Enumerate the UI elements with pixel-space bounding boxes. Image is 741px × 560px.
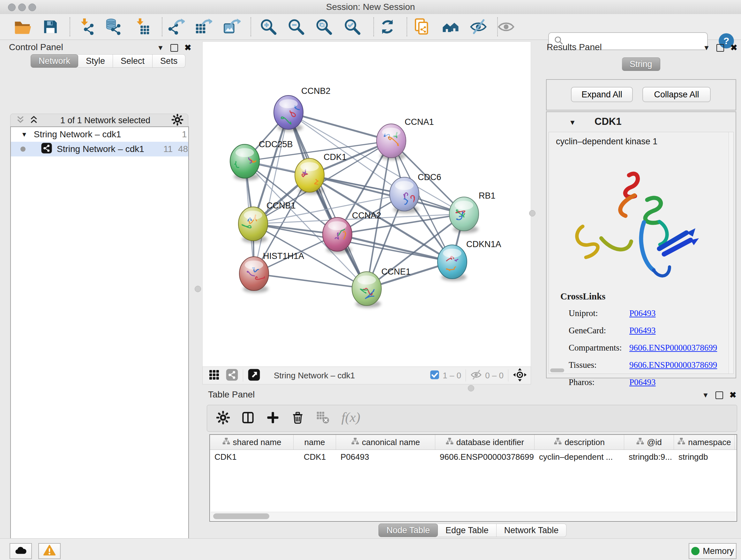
results-panel-window-controls: ▼ ✖ [703, 43, 738, 53]
status-bar: Memory [0, 538, 741, 560]
graph-node-CDC6[interactable] [390, 177, 419, 213]
import-table-icon[interactable] [133, 18, 151, 36]
gene-symbol: CDK1 [595, 116, 621, 127]
network-graph[interactable]: CCNB2CCNA1CDC25BCDK1CDC6RB1CCNB1CCNA2CDK… [203, 42, 531, 367]
graph-node-RB1[interactable] [449, 197, 479, 233]
results-horizontal-scrollbar-thumb[interactable] [550, 368, 564, 372]
column-header-name[interactable]: name [293, 435, 336, 449]
node-label-CCNA2: CCNA2 [352, 211, 381, 220]
crosslink-value[interactable]: 9606.ENSP00000378699 [629, 343, 717, 353]
graph-node-CCNE1[interactable] [352, 272, 381, 308]
export-network-icon[interactable] [167, 18, 185, 36]
graph-node-CCNA1[interactable] [377, 124, 406, 160]
show-columns-icon[interactable] [241, 411, 255, 426]
graph-node-CDK1[interactable] [295, 159, 324, 194]
cloud-button[interactable] [10, 543, 32, 559]
export-image-icon[interactable] [223, 18, 241, 36]
graph-node-CCNB1[interactable] [239, 207, 268, 243]
table-horizontal-scrollbar[interactable] [211, 512, 736, 520]
tab-string[interactable]: String [622, 57, 660, 71]
left-splitter-handle[interactable] [195, 286, 201, 292]
column-label: name [304, 437, 325, 447]
network-collection-row[interactable]: ▼ String Network – cdk1 1 [11, 127, 188, 142]
import-database-icon[interactable] [105, 18, 122, 36]
column-header-description[interactable]: description [535, 435, 624, 449]
column-header-database-identifier[interactable]: database identifier [435, 435, 535, 449]
memory-button[interactable]: Memory [689, 543, 737, 559]
expand-all-icon[interactable] [28, 114, 39, 126]
network-canvas[interactable]: CCNB2CCNA1CDC25BCDK1CDC6RB1CCNB1CCNA2CDK… [202, 42, 531, 367]
network-row[interactable]: String Network – cdk1 11 48 [11, 142, 188, 157]
graph-node-HIST1H1A[interactable] [239, 257, 269, 293]
column-header-shared-name[interactable]: shared name [210, 435, 293, 449]
gene-section: ▼ CDK1 cyclin–dependent kinase 1 [546, 111, 736, 378]
float-panel-icon[interactable] [717, 44, 724, 52]
crosslink-value[interactable]: P06493 [629, 326, 656, 335]
tab-sets[interactable]: Sets [152, 54, 185, 68]
column-header-namespace[interactable]: namespace [674, 435, 735, 449]
table-panel-title: Table Panel [208, 389, 255, 400]
column-header--id[interactable]: @id [624, 435, 674, 449]
copy-network-icon[interactable] [413, 18, 431, 36]
collapse-all-icon[interactable] [15, 114, 26, 126]
graph-node-CDC25B[interactable] [230, 144, 259, 180]
save-icon[interactable] [42, 18, 59, 36]
tree-expander-icon[interactable]: ▼ [21, 131, 27, 138]
graph-node-CDKN1A[interactable] [437, 245, 467, 281]
zoom-fit-icon[interactable] [315, 18, 333, 36]
crosslink-value[interactable]: P06493 [629, 308, 656, 318]
collapse-all-button[interactable]: Collapse All [643, 87, 711, 102]
home-pair-icon[interactable] [442, 18, 460, 36]
birdseye-grid-icon[interactable] [208, 368, 220, 382]
open-file-icon[interactable] [13, 18, 31, 36]
eye-disabled-icon[interactable] [497, 18, 515, 36]
expand-all-button[interactable]: Expand All [571, 87, 633, 102]
add-column-icon[interactable] [266, 411, 280, 426]
zoom-selected-icon[interactable] [343, 18, 361, 36]
right-splitter-handle[interactable] [529, 210, 536, 216]
column-header-canonical-name[interactable]: canonical name [336, 435, 435, 449]
graph-node-CCNA2[interactable] [323, 217, 352, 253]
section-expander-icon[interactable]: ▼ [569, 118, 576, 127]
protein-structure-image [563, 158, 707, 286]
tab-select[interactable]: Select [113, 54, 152, 68]
table-scrollbar-thumb[interactable] [213, 513, 269, 519]
crosslink-value[interactable]: P06493 [629, 377, 656, 387]
selected-checkbox[interactable] [430, 370, 440, 381]
memory-label: Memory [703, 546, 734, 556]
results-vertical-scrollbar[interactable] [729, 132, 733, 374]
external-link-icon[interactable] [248, 368, 260, 382]
tab-style[interactable]: Style [78, 54, 113, 68]
float-panel-icon[interactable] [171, 44, 178, 52]
collapse-panel-icon[interactable]: ▼ [703, 44, 710, 52]
warnings-button[interactable] [38, 543, 61, 559]
tab-node-table[interactable]: Node Table [379, 523, 438, 537]
float-panel-icon[interactable] [716, 391, 723, 399]
tab-network[interactable]: Network [30, 54, 78, 68]
collapse-panel-icon[interactable]: ▼ [157, 44, 164, 52]
network-icon [41, 142, 52, 156]
zoom-out-icon[interactable] [287, 18, 305, 36]
gear-icon[interactable] [172, 114, 184, 127]
fit-selected-crosshair-icon[interactable] [513, 368, 527, 383]
hidden-eye-icon[interactable] [470, 369, 482, 382]
refresh-icon[interactable] [379, 18, 396, 36]
network-share-icon[interactable] [226, 368, 239, 382]
delete-column-icon[interactable] [291, 411, 305, 426]
collapse-panel-icon[interactable]: ▼ [702, 391, 709, 399]
graph-node-CCNB2[interactable] [274, 96, 307, 132]
toolbar-separator [162, 17, 162, 37]
import-network-icon[interactable] [77, 18, 95, 36]
tab-network-table[interactable]: Network Table [496, 523, 567, 537]
close-panel-icon[interactable]: ✖ [731, 43, 738, 53]
crosslink-value[interactable]: 9606.ENSP00000378699 [629, 360, 717, 370]
close-panel-icon[interactable]: ✖ [185, 43, 192, 53]
close-panel-icon[interactable]: ✖ [730, 390, 737, 400]
eye-hide-icon[interactable] [469, 18, 487, 36]
table-row[interactable]: CDK1CDK1P064939606.ENSP00000378699cyclin… [210, 450, 737, 464]
export-table-icon[interactable] [194, 18, 212, 36]
zoom-in-icon[interactable] [259, 18, 277, 36]
table-settings-gear-icon[interactable] [216, 411, 230, 426]
tab-edge-table[interactable]: Edge Table [438, 523, 496, 537]
control-panel-title: Control Panel [9, 42, 63, 52]
